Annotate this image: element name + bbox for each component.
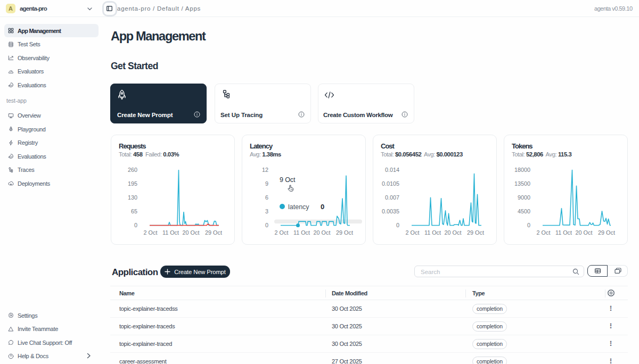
svg-text:11 Oct: 11 Oct [162,229,179,236]
svg-text:29 Oct: 29 Oct [598,229,615,236]
svg-text:20 Oct: 20 Oct [576,229,593,236]
svg-text:9: 9 [265,180,268,187]
svg-text:29 Oct: 29 Oct [336,229,353,236]
svg-text:11 Oct: 11 Oct [424,229,441,236]
svg-text:6: 6 [265,194,268,201]
svg-text:0.014: 0.014 [385,167,399,173]
svg-text:12: 12 [262,167,268,173]
svg-text:20 Oct: 20 Oct [445,229,462,236]
svg-text:0: 0 [396,222,399,228]
svg-text:9000: 9000 [518,194,530,201]
svg-text:195: 195 [128,180,137,187]
svg-text:2 Oct: 2 Oct [537,229,551,236]
svg-text:0: 0 [265,222,268,228]
svg-text:3: 3 [265,208,268,214]
svg-text:0.007: 0.007 [385,194,399,201]
svg-text:29 Oct: 29 Oct [205,229,222,236]
svg-text:11 Oct: 11 Oct [293,229,310,236]
svg-text:2 Oct: 2 Oct [275,229,289,236]
svg-text:130: 130 [128,194,137,201]
svg-text:0: 0 [134,222,137,228]
svg-text:65: 65 [131,208,137,214]
svg-text:11 Oct: 11 Oct [555,229,572,236]
svg-text:2 Oct: 2 Oct [406,229,420,236]
svg-text:20 Oct: 20 Oct [314,229,331,236]
svg-text:20 Oct: 20 Oct [183,229,200,236]
svg-text:0: 0 [527,222,530,228]
svg-text:0.0035: 0.0035 [382,208,399,214]
svg-text:4500: 4500 [518,208,530,214]
svg-text:0.0105: 0.0105 [382,180,399,187]
svg-text:13500: 13500 [514,180,530,187]
svg-text:260: 260 [128,167,137,173]
svg-text:2 Oct: 2 Oct [144,229,158,236]
svg-text:18000: 18000 [514,167,530,173]
svg-text:29 Oct: 29 Oct [467,229,484,236]
